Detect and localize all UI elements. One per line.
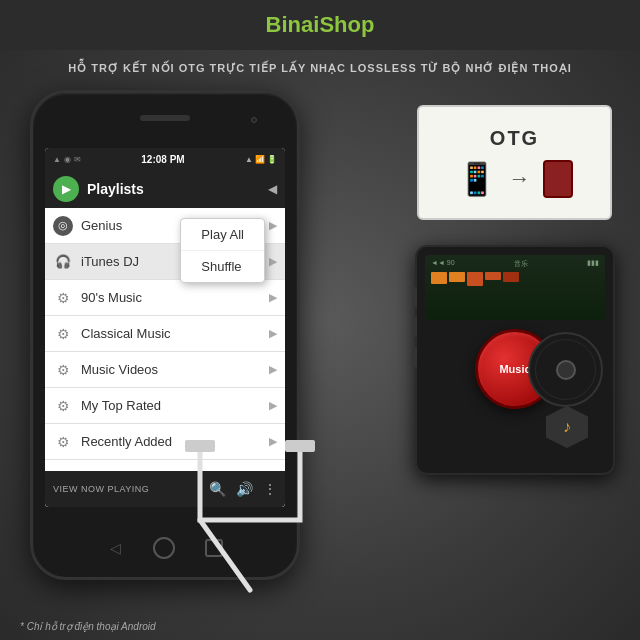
mp3-screen-right: 音乐 [514,259,528,269]
vinyl-record [528,332,603,407]
popup-play-all[interactable]: Play All [181,219,264,251]
otg-icons-row: 📱 → [457,160,573,198]
gear-icon: ⚙ [53,396,73,416]
playlist-name: My Top Rated [81,398,269,413]
mp3-side-button-2[interactable] [412,317,417,337]
mp3-screen-content: ◄◄ 90 音乐 ▮▮▮ [425,255,605,320]
vinyl-lines [535,339,596,400]
mp3-side-button-1[interactable] [412,287,417,307]
mp3-screen: ◄◄ 90 音乐 ▮▮▮ [425,255,605,320]
mp3-player: ◄◄ 90 音乐 ▮▮▮ Music ♪ [415,245,615,475]
mp3-pixel [431,272,447,284]
status-time: 12:08 PM [141,154,184,165]
mp3-pixel [503,272,519,282]
svg-rect-1 [285,440,315,452]
brand-suffix: Shop [319,12,374,37]
header-arrow: ◀ [268,182,277,196]
popup-shuffle[interactable]: Shuffle [181,251,264,282]
mp3-side-button-3[interactable] [412,347,417,367]
mp3-pixel [467,272,483,286]
phone-speaker [140,115,190,121]
status-icons-left: ▲ ◉ ✉ [53,155,81,164]
mp3-pixel [449,272,465,282]
mp3-battery: ▮▮▮ [587,259,599,269]
footer-note: * Chỉ hỗ trợ điện thoại Android [20,621,156,632]
popup-menu: Play All Shuffle [180,218,265,283]
status-right: ▲ 📶 🔋 [245,155,277,164]
gear-icon: ⚙ [53,432,73,452]
genius-icon: ◎ [53,216,73,236]
svg-rect-0 [185,440,215,452]
list-item[interactable]: ⚙ My Top Rated ▶ [45,388,285,424]
gear-icon: ⚙ [53,288,73,308]
brand-prefix: Binai [266,12,320,37]
music-note-hex: ♪ [546,406,588,448]
playlist-chevron: ▶ [269,399,277,412]
usb-cable-diagram [100,440,400,640]
playlist-chevron: ▶ [269,363,277,376]
status-bar: ▲ ◉ ✉ 12:08 PM ▲ 📶 🔋 [45,148,285,170]
music-app-icon: ▶ [53,176,79,202]
phone-camera [251,117,257,123]
playlist-chevron: ▶ [269,327,277,340]
playlist-chevron: ▶ [269,219,277,232]
headphones-icon: 🎧 [53,252,73,272]
subtitle-text: HỖ TRỢ KẾT NỐI OTG TRỰC TIẾP LẤY NHẠC LO… [0,62,640,75]
usb-drive-icon [543,160,573,198]
mp3-screen-status: ◄◄ 90 音乐 ▮▮▮ [431,259,599,269]
phone-diagram-icon: 📱 [457,160,497,198]
otg-label: OTG [490,127,539,150]
gear-icon: ⚙ [53,324,73,344]
playlist-chevron: ▶ [269,291,277,304]
list-item[interactable]: ⚙ 90's Music ▶ [45,280,285,316]
otg-diagram-box: OTG 📱 → [417,105,612,220]
list-item[interactable]: ⚙ Music Videos ▶ [45,352,285,388]
mp3-pixel [485,272,501,280]
playlist-name: Music Videos [81,362,269,377]
content-area: HỖ TRỢ KẾT NỐI OTG TRỰC TIẾP LẤY NHẠC LO… [0,50,640,640]
top-banner: BinaiShop [0,0,640,50]
playlist-name: Classical Music [81,326,269,341]
music-button-label: Music [499,363,530,375]
gear-icon: ⚙ [53,360,73,380]
otg-arrow-icon: → [509,166,531,192]
app-header: ▶ Playlists ◀ [45,170,285,208]
app-title: Playlists [87,181,260,197]
playlist-chevron: ▶ [269,255,277,268]
playlist-name: 90's Music [81,290,269,305]
mp3-screen-left: ◄◄ 90 [431,259,455,269]
brand-logo: BinaiShop [266,12,375,38]
list-item[interactable]: ⚙ Classical Music ▶ [45,316,285,352]
mp3-eq-row [431,272,599,286]
